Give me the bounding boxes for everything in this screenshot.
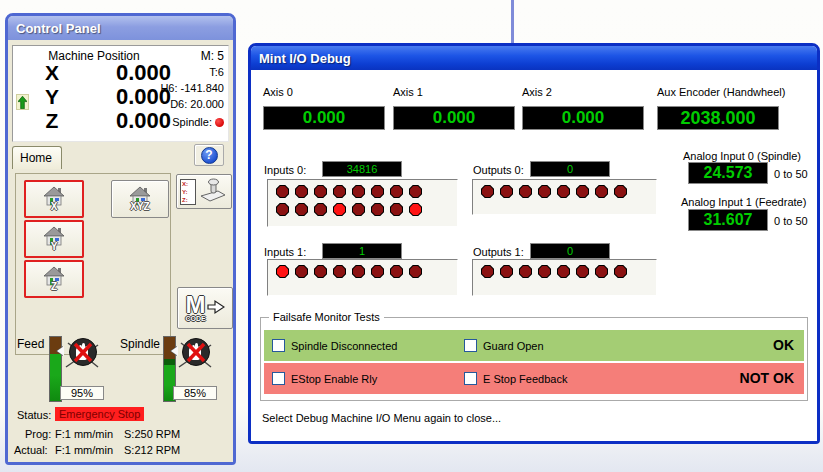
- machine-position-panel: Machine Position M: 5 X 0.000 Y 0.000 Z …: [12, 45, 229, 142]
- spindle-disconnected-label: Spindle Disconnected: [291, 340, 397, 352]
- outputs1-led-panel: [472, 259, 657, 296]
- background-window-edge: [511, 0, 514, 43]
- help-button[interactable]: ?: [194, 144, 224, 166]
- led-indicator: [333, 185, 346, 198]
- estop-feedback-checkbox[interactable]: [464, 372, 477, 385]
- axis-x-value: 0.000: [65, 62, 171, 84]
- led-indicator: [333, 265, 346, 278]
- led-indicator: [481, 185, 494, 198]
- estop-enable-rly-checkbox[interactable]: [272, 372, 285, 385]
- led-indicator: [295, 265, 308, 278]
- axis-y-letter: Y: [39, 86, 65, 108]
- led-indicator: [409, 185, 422, 198]
- failsafe-row-notok: EStop Enable Rly E Stop Feedback NOT OK: [264, 363, 804, 394]
- control-panel-title: Control Panel: [16, 21, 101, 36]
- home-x-button[interactable]: X: [24, 180, 84, 218]
- failsafe-monitor-group: Failsafe Monitor Tests Spindle Disconnec…: [260, 317, 808, 401]
- aux-encoder-label: Aux Encoder (Handwheel): [657, 86, 785, 98]
- led-indicator: [557, 185, 570, 198]
- spindle-status-line: Spindle:: [172, 116, 224, 128]
- led-indicator: [557, 265, 570, 278]
- axis2-label: Axis 2: [522, 86, 552, 98]
- home-buttons-group: X XYZ Y Z: [15, 173, 171, 355]
- axis-y-value: 0.000: [65, 86, 171, 108]
- axis-row-z: Z 0.000: [39, 110, 171, 132]
- prog-feed-value: F:1 mm/min: [55, 428, 113, 440]
- led-indicator: [538, 185, 551, 198]
- axis-x-letter: X: [39, 62, 65, 84]
- xyz-list-icon: X: Y: Z:: [180, 179, 196, 205]
- led-indicator: [276, 265, 289, 278]
- guard-open-checkbox[interactable]: [464, 339, 477, 352]
- arrow-right-icon: [207, 299, 225, 317]
- spindle-override-label: Spindle: [120, 337, 160, 351]
- failsafe-notok-status: NOT OK: [740, 370, 794, 386]
- led-indicator: [390, 265, 403, 278]
- prog-speed-value: S:250 RPM: [124, 428, 180, 440]
- analog1-range: 0 to 50: [774, 215, 808, 227]
- led-indicator: [519, 185, 532, 198]
- mint-io-debug-window: Mint I/O Debug Axis 0 0.000 Axis 1 0.000…: [248, 43, 820, 444]
- io-debug-titlebar[interactable]: Mint I/O Debug: [251, 46, 817, 70]
- home-z-button[interactable]: Z: [24, 260, 84, 298]
- probe-tool-icon: [198, 178, 228, 206]
- led-indicator: [276, 203, 289, 216]
- spindle-disconnected-checkbox[interactable]: [272, 339, 285, 352]
- led-indicator: [576, 185, 589, 198]
- control-panel-window: Control Panel Machine Position M: 5 X 0.…: [5, 13, 236, 465]
- outputs1-value: 0: [530, 243, 610, 259]
- outputs1-label: Outputs 1:: [473, 246, 524, 258]
- led-indicator: [295, 203, 308, 216]
- control-panel-titlebar[interactable]: Control Panel: [8, 16, 233, 40]
- led-indicator: [276, 185, 289, 198]
- analog0-label: Analog Input 0 (Spindle): [683, 150, 801, 162]
- probe-xyz-button[interactable]: X: Y: Z:: [176, 174, 232, 209]
- close-hint-text: Select Debug Machine I/O Menu again to c…: [262, 412, 501, 424]
- spindle-status-label: Spindle:: [172, 116, 212, 128]
- axis-z-letter: Z: [39, 110, 65, 132]
- home-z-label: Z: [51, 281, 57, 292]
- status-badge: Emergency Stop: [55, 407, 144, 421]
- io-debug-title: Mint I/O Debug: [259, 51, 351, 66]
- failsafe-group-title: Failsafe Monitor Tests: [269, 311, 384, 323]
- led-indicator: [371, 185, 384, 198]
- spindle-status-icon: [215, 118, 224, 127]
- inputs0-value: 34816: [322, 161, 402, 177]
- home-x-label: X: [51, 201, 58, 212]
- analog0-range: 0 to 50: [774, 168, 808, 180]
- led-indicator: [333, 203, 346, 216]
- homed-arrow-icon: [16, 94, 29, 110]
- m-code-icon: M CODE: [185, 295, 205, 322]
- analog1-display: 31.607: [688, 209, 768, 231]
- axis0-display: 0.000: [263, 106, 385, 130]
- axis-row-y: Y 0.000: [39, 86, 171, 108]
- led-indicator: [352, 265, 365, 278]
- led-indicator: [409, 265, 422, 278]
- d-offset-readout: D6: 20.000: [170, 98, 224, 110]
- axis1-label: Axis 1: [393, 86, 423, 98]
- led-indicator: [314, 203, 327, 216]
- spindle-hold-icon: [175, 337, 215, 373]
- led-indicator: [352, 185, 365, 198]
- led-indicator: [500, 185, 513, 198]
- outputs0-led-panel: [472, 179, 657, 215]
- led-indicator: [409, 203, 422, 216]
- tool-readout: T:6: [209, 66, 224, 78]
- home-y-label: Y: [51, 241, 58, 252]
- axis1-display: 0.000: [393, 106, 515, 130]
- led-indicator: [314, 265, 327, 278]
- led-indicator: [595, 185, 608, 198]
- home-xyz-button[interactable]: XYZ: [111, 180, 169, 218]
- tab-home[interactable]: Home: [12, 146, 62, 169]
- home-y-button[interactable]: Y: [24, 220, 84, 258]
- estop-feedback-label: E Stop Feedback: [483, 373, 567, 385]
- status-label: Status:: [17, 409, 51, 421]
- led-indicator: [371, 265, 384, 278]
- feed-override-value: 95%: [60, 386, 104, 400]
- m-code-button[interactable]: M CODE: [177, 287, 233, 329]
- guard-open-label: Guard Open: [483, 340, 544, 352]
- feed-hold-icon: [62, 337, 102, 373]
- led-indicator: [614, 185, 627, 198]
- feed-override-label: Feed: [17, 337, 44, 351]
- led-indicator: [519, 265, 532, 278]
